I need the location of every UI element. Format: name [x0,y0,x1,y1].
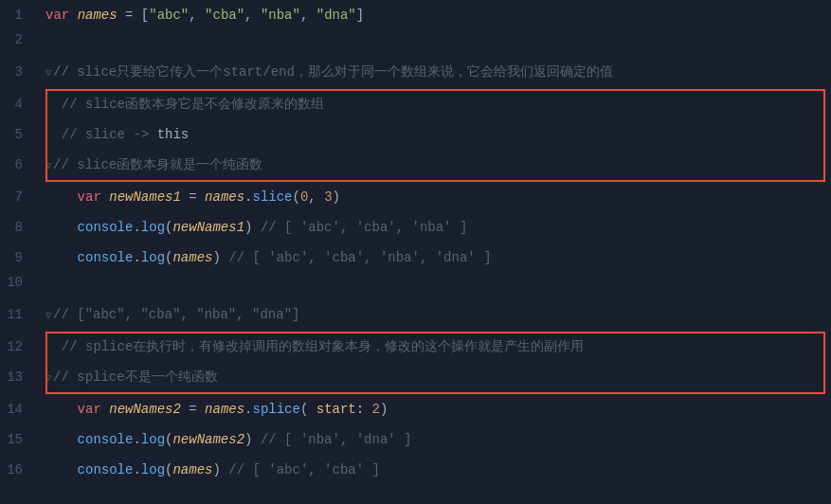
line-16: 16 console.log(names) // [ 'abc', 'cba' … [0,455,831,485]
line-content: ▽// slice只要给它传入一个start/end，那么对于同一个数组来说，它… [38,59,831,87]
code-editor: 1 var names = ["abc", "cba", "nba", "dna… [0,0,831,504]
line-number: 4 [0,97,38,112]
line-12: 12 // splice在执行时，有修改掉调用的数组对象本身，修改的这个操作就是… [0,332,831,362]
line-content: // slice函数本身它是不会修改原来的数组 [38,91,831,117]
fold-icon[interactable]: ▽ [45,373,51,384]
line-content: ▽// slice函数本身就是一个纯函数 [38,152,831,180]
line-7: 7 var newNames1 = names.slice(0, 3) [0,182,831,212]
line-content: // slice -> this [38,121,831,148]
line-11: 11 ▽// ["abc", "cba", "nba", "dna"] [0,299,831,332]
line-number: 16 [0,462,38,477]
line-content: ▽// ["abc", "cba", "nba", "dna"] [38,301,831,330]
fold-icon[interactable]: ▽ [45,161,51,171]
line-3: 3 ▽// slice只要给它传入一个start/end，那么对于同一个数组来说… [0,57,831,89]
line-number: 14 [0,402,38,417]
line-10: 10 [0,273,831,299]
line-content: console.log(names) // [ 'abc', 'cba' ] [38,457,831,483]
line-number: 3 [0,64,38,80]
fold-icon[interactable]: ▽ [45,68,51,79]
line-number: 13 [0,369,38,385]
line-number: 15 [0,432,38,447]
line-9: 9 console.log(names) // [ 'abc', 'cba', … [0,243,831,273]
line-5: 5 // slice -> this [0,119,831,150]
keyword: var [45,8,69,23]
line-number: 11 [0,307,38,322]
line-number: 5 [0,127,38,142]
line-number: 8 [0,220,38,235]
line-content: console.log(newNames2) // [ 'nba', 'dna'… [38,426,831,453]
line-number: 1 [0,8,38,23]
line-number: 6 [0,157,38,172]
keyword: var [78,402,101,417]
line-8: 8 console.log(newNames1) // [ 'abc', 'cb… [0,212,831,243]
line-content: console.log(newNames1) // [ 'abc', 'cba'… [38,214,831,241]
line-content: console.log(names) // [ 'abc', 'cba', 'n… [38,244,831,271]
line-number: 7 [0,189,38,205]
line-15: 15 console.log(newNames2) // [ 'nba', 'd… [0,424,831,455]
line-6: 6 ▽// slice函数本身就是一个纯函数 [0,150,831,182]
fold-icon[interactable]: ▽ [45,311,51,321]
keyword: var [78,189,101,205]
line-number: 2 [0,32,38,47]
line-content: var names = ["abc", "cba", "nba", "dna"] [38,2,831,28]
line-1: 1 var names = ["abc", "cba", "nba", "dna… [0,0,831,30]
line-14: 14 var newNames2 = names.splice( start: … [0,394,831,424]
line-content: var newNames1 = names.slice(0, 3) [38,184,831,210]
line-number: 12 [0,339,38,354]
line-content: ▽// splice不是一个纯函数 [38,364,831,392]
line-number: 9 [0,250,38,265]
highlighted-group-2: 12 // splice在执行时，有修改掉调用的数组对象本身，修改的这个操作就是… [0,332,831,394]
line-content: // splice在执行时，有修改掉调用的数组对象本身，修改的这个操作就是产生的… [38,333,831,360]
line-2: 2 [0,30,831,57]
line-4: 4 // slice函数本身它是不会修改原来的数组 [0,89,831,119]
line-13: 13 ▽// splice不是一个纯函数 [0,362,831,394]
line-content: var newNames2 = names.splice( start: 2) [38,396,831,423]
highlighted-group-1: 4 // slice函数本身它是不会修改原来的数组 5 // slice -> … [0,89,831,182]
line-number: 10 [0,275,38,290]
